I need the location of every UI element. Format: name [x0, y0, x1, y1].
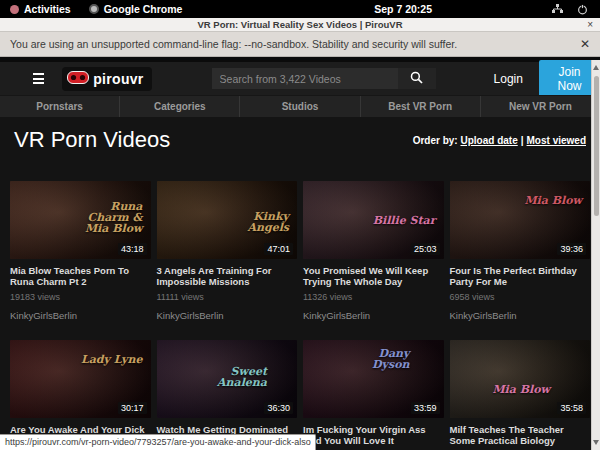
duration-badge: 36:30: [264, 402, 293, 414]
studio-link[interactable]: KinkyGirlsBerlin: [303, 310, 444, 321]
video-card: Dany Dyson 33:59 Im Fucking Your Virgin …: [303, 340, 444, 450]
video-card: Mia Blow 35:58 Milf Teaches The Teacher …: [450, 340, 591, 450]
window-title-bar: VR Porn: Virtual Reality Sex Videos | Pi…: [0, 18, 600, 32]
video-thumbnail[interactable]: Kinky Angels 47:01: [157, 181, 298, 259]
duration-badge: 43:18: [118, 243, 147, 255]
warning-close-icon[interactable]: ✕: [580, 37, 590, 51]
thumbnail-overlay-text: Sweet Analena: [197, 366, 267, 388]
site-header: pirouvr Login Join Now: [0, 62, 600, 95]
video-card: Kinky Angels 47:01 3 Angels Are Training…: [157, 181, 298, 321]
video-thumbnail[interactable]: Mia Blow 39:36: [450, 181, 591, 259]
scrollbar-thumb[interactable]: [594, 76, 599, 216]
system-top-bar: Activities Google Chrome Sep 7 20:25: [0, 0, 600, 18]
video-card: Runa Charm & Mia Blow 43:18 Mia Blow Tea…: [10, 181, 151, 321]
site-logo[interactable]: pirouvr: [62, 67, 151, 91]
video-views: 19183 views: [10, 292, 151, 302]
video-views: 11326 views: [303, 292, 444, 302]
thumbnail-overlay-text: Dany Dyson: [340, 348, 410, 370]
thumbnail-overlay-text: Mia Blow: [480, 384, 550, 395]
thumbnail-overlay-text: Mia Blow: [512, 195, 582, 206]
video-thumbnail[interactable]: Dany Dyson 33:59: [303, 340, 444, 418]
hamburger-menu-icon[interactable]: [33, 71, 44, 87]
clock[interactable]: Sep 7 20:25: [374, 3, 432, 15]
login-link[interactable]: Login: [494, 72, 523, 86]
order-by-most-viewed-link[interactable]: Most viewed: [527, 135, 586, 146]
activities-button[interactable]: Activities: [10, 3, 71, 15]
nav-item-pornstars[interactable]: Pornstars: [0, 96, 120, 117]
studio-link[interactable]: KinkyGirlsBerlin: [157, 310, 298, 321]
warning-message: You are using an unsupported command-lin…: [10, 38, 580, 50]
video-title-link[interactable]: Milf Teaches The Teacher Some Practical …: [450, 424, 591, 446]
nav-item-categories[interactable]: Categories: [120, 96, 240, 117]
video-title-link[interactable]: Im Fucking Your Virgin Ass And You Will …: [303, 424, 444, 446]
search-input[interactable]: [212, 68, 398, 89]
active-app-menu[interactable]: Google Chrome: [89, 3, 183, 15]
video-title-link[interactable]: Four Is The Perfect Birthday Party For M…: [450, 265, 591, 287]
duration-badge: 30:17: [118, 402, 147, 414]
video-views: 11111 views: [157, 292, 298, 302]
order-by-upload-date-link[interactable]: Upload date: [460, 135, 517, 146]
order-by-separator: |: [521, 135, 524, 146]
search-icon: [410, 70, 423, 88]
order-by-label: Order by:: [413, 135, 458, 146]
duration-badge: 35:58: [557, 402, 586, 414]
video-title-link[interactable]: Mia Blow Teaches Porn To Runa Charm Pt 2: [10, 265, 151, 287]
window-title: VR Porn: Virtual Reality Sex Videos | Pi…: [197, 19, 402, 30]
studio-link[interactable]: KinkyGirlsBerlin: [450, 310, 591, 321]
video-thumbnail[interactable]: Lady Lyne 30:17: [10, 340, 151, 418]
power-icon[interactable]: [577, 4, 588, 15]
logo-text: pirouvr: [93, 71, 143, 87]
video-card: Billie Star 25:03 You Promised We Will K…: [303, 181, 444, 321]
unsupported-flag-warning-bar: You are using an unsupported command-lin…: [0, 32, 600, 57]
video-title-link[interactable]: 3 Angels Are Training For Impossible Mis…: [157, 265, 298, 287]
nav-item-best-vr-porn[interactable]: Best VR Porn: [361, 96, 481, 117]
page-title: VR Porn Videos: [14, 127, 170, 153]
video-grid: Runa Charm & Mia Blow 43:18 Mia Blow Tea…: [0, 181, 600, 450]
status-url-bubble: https://pirouvr.com/vr-porn-video/779325…: [0, 434, 316, 450]
duration-badge: 47:01: [264, 243, 293, 255]
scroll-down-icon[interactable]: [593, 440, 599, 445]
video-views: 6958 views: [450, 292, 591, 302]
duration-badge: 33:59: [411, 402, 440, 414]
activities-indicator-icon: [10, 5, 19, 14]
activities-label: Activities: [24, 3, 71, 15]
video-thumbnail[interactable]: Sweet Analena 36:30: [157, 340, 298, 418]
thumbnail-overlay-text: Lady Lyne: [73, 354, 143, 365]
window-close-icon[interactable]: ×: [587, 19, 593, 30]
vr-goggles-icon: [67, 70, 89, 88]
video-thumbnail[interactable]: Mia Blow 35:58: [450, 340, 591, 418]
order-by-controls: Order by: Upload date|Most viewed: [413, 135, 586, 146]
studio-link[interactable]: KinkyGirlsBerlin: [10, 310, 151, 321]
video-title-link[interactable]: You Promised We Will Keep Trying The Who…: [303, 265, 444, 287]
nav-item-new-vr-porn[interactable]: New VR Porn: [481, 96, 600, 117]
video-card: Mia Blow 39:36 Four Is The Perfect Birth…: [450, 181, 591, 321]
search-button[interactable]: [398, 68, 436, 89]
nav-item-studios[interactable]: Studios: [240, 96, 360, 117]
main-nav: Pornstars Categories Studios Best VR Por…: [0, 95, 600, 117]
vertical-scrollbar[interactable]: [591, 60, 600, 450]
video-thumbnail[interactable]: Runa Charm & Mia Blow 43:18: [10, 181, 151, 259]
network-icon[interactable]: [552, 4, 563, 14]
duration-badge: 25:03: [411, 243, 440, 255]
duration-badge: 39:36: [557, 243, 586, 255]
video-thumbnail[interactable]: Billie Star 25:03: [303, 181, 444, 259]
chrome-icon: [89, 4, 99, 14]
thumbnail-overlay-text: Runa Charm & Mia Blow: [73, 201, 143, 234]
active-app-label: Google Chrome: [104, 3, 183, 15]
thumbnail-overlay-text: Kinky Angels: [219, 211, 289, 233]
scroll-up-icon[interactable]: [593, 65, 599, 70]
thumbnail-overlay-text: Billie Star: [366, 215, 436, 226]
